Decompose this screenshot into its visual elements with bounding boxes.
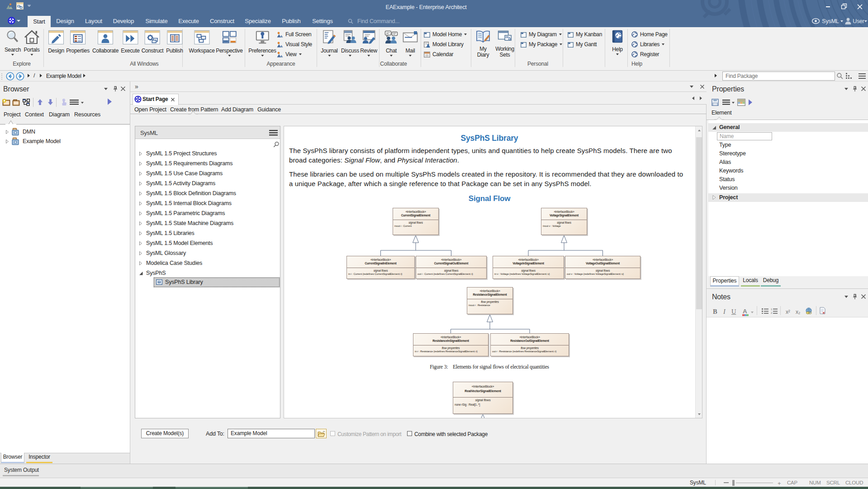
svg-text:1: 1 xyxy=(771,308,773,311)
svg-text:2: 2 xyxy=(771,312,773,314)
